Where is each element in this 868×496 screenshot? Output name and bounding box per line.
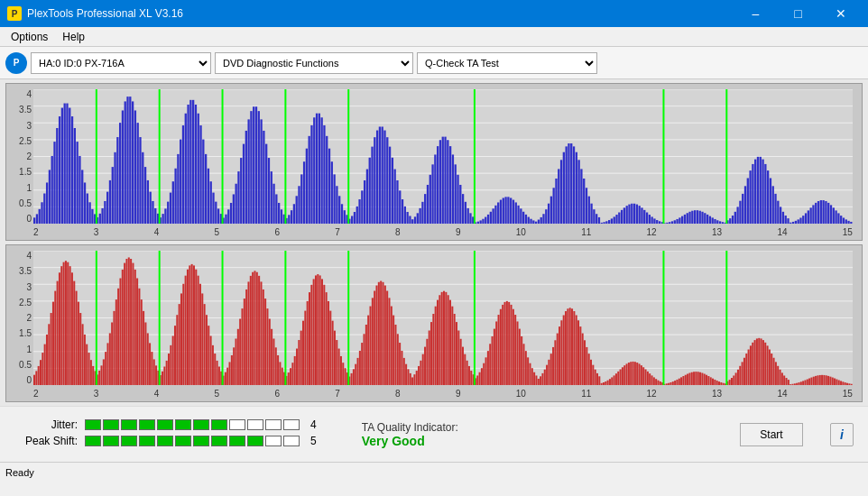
jitter-value: 4 <box>310 418 317 431</box>
close-button[interactable]: ✕ <box>820 0 861 27</box>
progress-segment <box>139 436 155 446</box>
progress-segment <box>103 419 119 430</box>
ta-quality-section: TA Quality Indicator: Very Good <box>362 421 458 448</box>
top-chart-x-axis: 2 3 4 5 6 7 8 9 10 11 12 13 14 15 <box>33 225 853 238</box>
top-chart-wrapper: 4 3.5 3 2.5 2 1.5 1 0.5 0 2 3 4 5 6 7 8 … <box>5 83 863 241</box>
start-button[interactable]: Start <box>740 423 803 446</box>
titlebar-left: P PlexTools Professional XL V3.16 <box>7 6 183 21</box>
jitter-row: Jitter: 4 <box>14 418 317 431</box>
toolbar: P HA:0 ID:0 PX-716A DVD Diagnostic Funct… <box>0 47 868 79</box>
info-button[interactable]: i <box>830 423 854 446</box>
progress-segment-empty <box>283 436 300 446</box>
progress-segment-empty <box>247 419 263 430</box>
metrics-section: Jitter: 4 Peak Shift: 5 <box>14 418 317 451</box>
ta-quality-label: TA Quality Indicator: <box>362 421 458 434</box>
progress-segment <box>175 419 191 430</box>
bottom-chart <box>33 251 853 385</box>
bottom-panel: Jitter: 4 Peak Shift: 5 TA Quality Indic… <box>0 406 868 462</box>
status-text: Ready <box>5 467 34 478</box>
maximize-button[interactable]: □ <box>778 0 818 27</box>
progress-segment <box>157 436 173 446</box>
drive-select[interactable]: HA:0 ID:0 PX-716A <box>31 52 211 74</box>
top-chart <box>33 89 853 224</box>
minimize-button[interactable]: – <box>735 0 776 27</box>
progress-segment <box>85 419 101 430</box>
menu-help[interactable]: Help <box>55 29 92 45</box>
progress-segment <box>85 436 101 446</box>
progress-segment-empty <box>265 419 282 430</box>
charts-container: 4 3.5 3 2.5 2 1.5 1 0.5 0 2 3 4 5 6 7 8 … <box>0 79 868 406</box>
top-chart-canvas <box>33 89 853 224</box>
progress-segment <box>103 436 119 446</box>
peakshift-row: Peak Shift: 5 <box>14 435 317 447</box>
menu-bar: Options Help <box>0 27 868 47</box>
progress-segment-empty <box>283 419 300 430</box>
peakshift-label: Peak Shift: <box>14 435 78 447</box>
progress-segment-empty <box>265 436 282 446</box>
menu-options[interactable]: Options <box>4 29 55 45</box>
progress-segment <box>139 419 155 430</box>
progress-segment-empty <box>229 419 245 430</box>
progress-segment <box>193 436 209 446</box>
progress-segment <box>121 436 137 446</box>
drive-icon: P <box>5 52 27 74</box>
progress-segment <box>193 419 209 430</box>
test-select[interactable]: Q-Check TA Test <box>417 52 597 74</box>
peakshift-value: 5 <box>310 435 317 447</box>
progress-segment <box>211 419 227 430</box>
progress-segment <box>175 436 191 446</box>
progress-segment <box>229 436 245 446</box>
title-bar: P PlexTools Professional XL V3.16 – □ ✕ <box>0 0 868 27</box>
progress-segment <box>247 436 263 446</box>
status-bar: Ready <box>0 462 868 482</box>
bottom-chart-canvas <box>33 251 853 385</box>
function-select[interactable]: DVD Diagnostic Functions <box>215 52 413 74</box>
jitter-bar <box>85 419 300 430</box>
top-chart-y-axis: 4 3.5 3 2.5 2 1.5 1 0.5 0 <box>8 89 32 224</box>
bottom-chart-y-axis: 4 3.5 3 2.5 2 1.5 1 0.5 0 <box>8 251 32 385</box>
window-title: PlexTools Professional XL V3.16 <box>27 7 183 20</box>
progress-segment <box>157 419 173 430</box>
app-icon: P <box>7 6 22 21</box>
peakshift-bar <box>85 436 300 446</box>
progress-segment <box>121 419 137 430</box>
progress-segment <box>211 436 227 446</box>
jitter-label: Jitter: <box>14 418 78 431</box>
ta-quality-value: Very Good <box>362 434 458 448</box>
titlebar-controls: – □ ✕ <box>735 0 861 27</box>
bottom-chart-wrapper: 4 3.5 3 2.5 2 1.5 1 0.5 0 2 3 4 5 6 7 8 … <box>5 244 863 402</box>
bottom-chart-x-axis: 2 3 4 5 6 7 8 9 10 11 12 13 14 15 <box>33 387 853 400</box>
